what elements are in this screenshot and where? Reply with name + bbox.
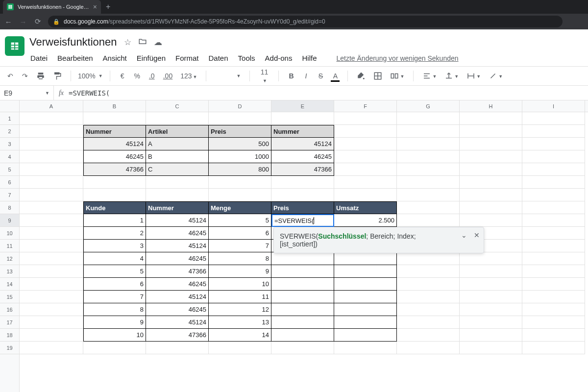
cell-G5[interactable] (397, 163, 460, 176)
cell-I15[interactable] (522, 291, 585, 303)
menu-tools[interactable]: Tools (238, 54, 255, 62)
cell-B6[interactable] (83, 176, 146, 189)
row-header-16[interactable]: 16 (0, 303, 19, 316)
cell-B4[interactable]: 46245 (83, 150, 146, 163)
cell-I10[interactable] (522, 227, 585, 240)
sheets-logo[interactable] (5, 36, 24, 56)
cell-C14[interactable]: 46245 (146, 278, 209, 291)
cell-E12[interactable] (271, 252, 334, 265)
row-header-9[interactable]: 9 (0, 214, 19, 227)
menu-format[interactable]: Format (175, 54, 199, 62)
cell-G13[interactable] (397, 265, 460, 278)
cell-C10[interactable]: 46245 (146, 227, 209, 240)
cell-D6[interactable] (209, 176, 271, 189)
cell-E15[interactable] (271, 291, 334, 303)
cell-A10[interactable] (20, 227, 83, 240)
col-header-I[interactable]: I (522, 100, 585, 112)
cell-E17[interactable] (271, 316, 334, 329)
cell-A12[interactable] (20, 252, 83, 265)
cell-D14[interactable]: 10 (209, 278, 271, 291)
cell-H9[interactable] (460, 214, 522, 227)
row-header-3[interactable]: 3 (0, 138, 19, 150)
cell-B11[interactable]: 3 (83, 240, 146, 252)
paint-format-icon[interactable] (51, 70, 64, 82)
cell-I3[interactable] (522, 138, 585, 150)
cell-A5[interactable] (20, 163, 83, 176)
cell-E3[interactable]: 45124 (271, 138, 334, 150)
cell-B3[interactable]: 45124 (83, 138, 146, 150)
cell-I12[interactable] (522, 252, 585, 265)
cell-A1[interactable] (20, 112, 83, 125)
cell-D3[interactable]: 500 (209, 138, 271, 150)
cell-E2[interactable]: Nummer (271, 125, 334, 138)
cell-G19[interactable] (397, 342, 460, 354)
cell-F9[interactable]: 2.500 (334, 214, 397, 227)
cell-I5[interactable] (522, 163, 585, 176)
cell-I8[interactable] (522, 201, 585, 214)
col-header-F[interactable]: F (334, 100, 397, 112)
cell-D18[interactable]: 14 (209, 329, 271, 342)
cell-C17[interactable]: 45124 (146, 316, 209, 329)
cell-A14[interactable] (20, 278, 83, 291)
cell-D1[interactable] (209, 112, 271, 125)
cell-C11[interactable]: 45124 (146, 240, 209, 252)
tab-close-icon[interactable]: × (93, 3, 97, 11)
cell-H7[interactable] (460, 189, 522, 201)
cell-C4[interactable]: B (146, 150, 209, 163)
cell-G8[interactable] (397, 201, 460, 214)
cell-H6[interactable] (460, 176, 522, 189)
col-header-B[interactable]: B (83, 100, 146, 112)
row-header-6[interactable]: 6 (0, 176, 19, 189)
move-icon[interactable] (138, 37, 147, 48)
cell-D11[interactable]: 7 (209, 240, 271, 252)
namebox[interactable]: E9▼ (0, 86, 54, 100)
merge-button[interactable]: ▼ (388, 70, 406, 82)
cell-B1[interactable] (83, 112, 146, 125)
cell-H14[interactable] (460, 278, 522, 291)
cell-D4[interactable]: 1000 (209, 150, 271, 163)
cell-C15[interactable]: 45124 (146, 291, 209, 303)
cell-G2[interactable] (397, 125, 460, 138)
cell-A11[interactable] (20, 240, 83, 252)
cell-F18[interactable] (334, 329, 397, 342)
cell-G7[interactable] (397, 189, 460, 201)
cell-F2[interactable] (334, 125, 397, 138)
menu-addons[interactable]: Add-ons (265, 54, 293, 62)
cell-A2[interactable] (20, 125, 83, 138)
valign-button[interactable]: ▼ (442, 70, 461, 82)
cell-D13[interactable]: 9 (209, 265, 271, 278)
text-color-button[interactable]: A (330, 71, 341, 81)
cell-E18[interactable] (271, 329, 334, 342)
cell-A8[interactable] (20, 201, 83, 214)
cell-D17[interactable]: 13 (209, 316, 271, 329)
cell-E8[interactable]: Preis (271, 201, 334, 214)
cell-H18[interactable] (460, 329, 522, 342)
menu-datei[interactable]: Datei (30, 54, 48, 62)
cell-C3[interactable]: A (146, 138, 209, 150)
cloud-icon[interactable]: ☁ (154, 37, 162, 48)
cell-I16[interactable] (522, 303, 585, 316)
cell-D2[interactable]: Preis (209, 125, 271, 138)
cell-I11[interactable] (522, 240, 585, 252)
cell-B2[interactable]: Nummer (83, 125, 146, 138)
currency-button[interactable]: € (117, 71, 128, 81)
cell-B16[interactable]: 8 (83, 303, 146, 316)
row-header-5[interactable]: 5 (0, 163, 19, 176)
cell-C8[interactable]: Nummer (146, 201, 209, 214)
cell-C1[interactable] (146, 112, 209, 125)
cell-F19[interactable] (334, 342, 397, 354)
cell-D16[interactable]: 12 (209, 303, 271, 316)
address-bar[interactable]: 🔒 docs.google.com/spreadsheets/d/1RW5vYM… (48, 16, 563, 27)
cell-B13[interactable]: 5 (83, 265, 146, 278)
cell-H3[interactable] (460, 138, 522, 150)
cell-I6[interactable] (522, 176, 585, 189)
cell-F16[interactable] (334, 303, 397, 316)
help-close-icon[interactable]: ✕ (474, 231, 480, 239)
cell-I9[interactable] (522, 214, 585, 227)
cell-C2[interactable]: Artikel (146, 125, 209, 138)
col-header-E[interactable]: E (271, 100, 334, 112)
cell-H8[interactable] (460, 201, 522, 214)
cell-B18[interactable]: 10 (83, 329, 146, 342)
cell-E19[interactable] (271, 342, 334, 354)
cell-D15[interactable]: 11 (209, 291, 271, 303)
